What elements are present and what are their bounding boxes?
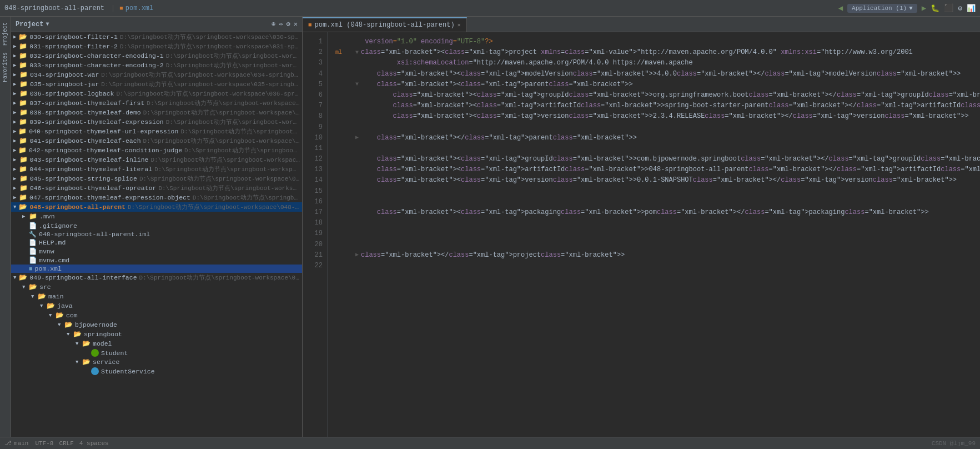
sidebar-tab-favorites[interactable]: Favorites <box>1 49 9 86</box>
main-layout: Project Favorites Project ▼ ⊕ ⇔ ⚙ ✕ ▶ 📂 … <box>0 17 980 437</box>
tree-item-t13[interactable]: ▶ 📁 042-springboot-thymeleaf-condition-j… <box>11 146 302 155</box>
code-line-21: ▶class="xml-bracket"></class="xml-tag">p… <box>353 250 971 261</box>
tree-item-t7[interactable]: ▶ 📁 036-springboot-logback D:\Springboot… <box>11 89 302 98</box>
tree-arrow: ▼ <box>31 294 37 300</box>
tree-item-t12[interactable]: ▶ 📁 041-springboot-thymeleaf-each D:\Spr… <box>11 136 302 146</box>
code-line-8: class="xml-bracket"><class="xml-tag">ver… <box>353 111 971 122</box>
ml-gutter: ml <box>328 32 344 437</box>
tree-item-name: 037-springboot-thymeleaf-first <box>29 99 144 107</box>
tree-item-t11[interactable]: ▶ 📁 040-springboot-thymeleaf-url-express… <box>11 127 302 136</box>
stop-button[interactable]: ⬛ <box>944 3 953 13</box>
line-num-8: 8 <box>309 111 323 122</box>
code-line-13: class="xml-bracket"><class="xml-tag">art… <box>353 164 971 175</box>
tree-item-t18[interactable]: ▶ 📁 047-springboot-thymeleaf-expression-… <box>11 193 302 202</box>
debug-button[interactable]: 🐛 <box>931 4 939 13</box>
tree-item-t29[interactable]: ▼ 📂 main <box>11 292 302 301</box>
code-text-3: xsi:schemaLocation="http://maven.apache.… <box>361 58 693 68</box>
tree-arrow: ▶ <box>13 100 18 106</box>
tree-item-t16[interactable]: ▶ 📁 045-springboot-string-splice D:\Spri… <box>11 174 302 183</box>
tree-item-t24[interactable]: 📄 mvnw <box>11 247 302 256</box>
tree-item-t25[interactable]: 📄 mvnw.cmd <box>11 256 302 265</box>
file-icon: 📄 <box>29 256 37 264</box>
settings-icon[interactable]: ⚙ <box>287 20 290 28</box>
tree-item-t21[interactable]: 📄 .gitignore <box>11 221 302 230</box>
navigation-back-icon[interactable]: ◀ <box>838 3 843 13</box>
ml-gutter-22 <box>328 261 344 271</box>
tree-item-path: D:\Springboot动力节点\springboot-workspace\0… <box>158 184 300 192</box>
tree-item-t9[interactable]: ▶ 📁 038-springboot-thymeleaf-demo D:\Spr… <box>11 108 302 117</box>
tree-arrow: ▶ <box>13 72 18 78</box>
folder-icon: 📂 <box>29 283 37 291</box>
tree-item-t36[interactable]: ▼ 📂 service <box>11 357 302 367</box>
tree-item-t26[interactable]: ■ pom.xml <box>11 265 302 273</box>
ml-gutter-20 <box>328 240 344 250</box>
tree-arrow: ▼ <box>49 313 54 318</box>
tree-arrow: ▶ <box>13 62 18 68</box>
tree-item-t3[interactable]: ▶ 📁 032-springboot-character-encoding-1 … <box>11 51 302 61</box>
tree-item-name: src <box>39 283 51 291</box>
code-line-17: class="xml-bracket"><class="xml-tag">pac… <box>353 207 971 218</box>
tree-item-t6[interactable]: ▶ 📁 035-springboot-jar D:\Springboot动力节点… <box>11 79 302 89</box>
run-button[interactable]: ▶ <box>922 3 926 13</box>
editor-tabs: ■ pom.xml (048-springboot-all-parent) ✕ <box>303 17 980 32</box>
build-button[interactable]: ⚙ <box>958 4 962 13</box>
sidebar-tab-project[interactable]: Project <box>1 19 9 49</box>
tree-item-t27[interactable]: ▼ 📂 049-springboot-all-interface D:\Spri… <box>11 273 302 282</box>
indentation-label[interactable]: 4 spaces <box>79 440 109 447</box>
tree-item-t4[interactable]: ▶ 📁 033-springboot-character-encoding-2 … <box>11 61 302 70</box>
tree-item-t15[interactable]: ▶ 📁 044-springboot-thymeleaf-literal D:\… <box>11 164 302 174</box>
tree-arrow: ▶ <box>13 166 18 172</box>
editor-tab-active[interactable]: ■ pom.xml (048-springboot-all-parent) ✕ <box>303 17 467 32</box>
line-ending-label[interactable]: CRLF <box>59 440 73 447</box>
collapse-all-icon[interactable]: ⇔ <box>279 20 283 28</box>
tree-item-t31[interactable]: ▼ 📂 com <box>11 311 302 320</box>
tree-item-t14[interactable]: ▶ 📁 043-springboot-thymeleaf-inline D:\S… <box>11 155 302 164</box>
tree-item-t17[interactable]: ▶ 📁 046-springboot-thymeleaf-opreator D:… <box>11 183 302 193</box>
tree-item-t22[interactable]: 🔧 048-springboot-all-parent.iml <box>11 230 302 238</box>
git-branch[interactable]: ⎇ main <box>4 440 28 447</box>
tree-item-t2[interactable]: ▶ 📁 031-springboot-filter-2 D:\Springboo… <box>11 42 302 51</box>
tree-item-t30[interactable]: ▼ 📂 java <box>11 301 302 311</box>
tree-item-t37[interactable]: StudentService <box>11 367 302 376</box>
code-text-21: class="xml-bracket"></class="xml-tag">pr… <box>361 250 625 261</box>
folder-icon: 📂 <box>56 311 64 320</box>
tree-item-t5[interactable]: ▶ 📁 034-springboot-war D:\Springboot动力节点… <box>11 70 302 79</box>
tree-item-t20[interactable]: ▶ 📁 .mvn <box>11 212 302 221</box>
tab-close-button[interactable]: ✕ <box>458 22 461 28</box>
code-line-10: ▶ class="xml-bracket"></class="xml-tag">… <box>353 133 971 143</box>
run-config-arrow: ▼ <box>909 5 913 12</box>
editor-content: 12345678910111213141516171819202122 ml v… <box>303 32 980 437</box>
tree-item-name: 033-springboot-character-encoding-2 <box>29 62 164 69</box>
tree-item-t28[interactable]: ▼ 📂 src <box>11 282 302 292</box>
locate-file-icon[interactable]: ⊕ <box>272 20 275 28</box>
fold-gutter-5[interactable]: ▼ <box>353 80 361 89</box>
fold-gutter-2[interactable]: ▼ <box>353 48 361 57</box>
tree-item-t23[interactable]: 📄 HELP.md <box>11 238 302 247</box>
close-panel-icon[interactable]: ✕ <box>294 20 298 28</box>
tree-item-path: D:\Springboot动力节点\springboot-workspace\0… <box>166 118 300 126</box>
tree-item-t35[interactable]: Student <box>11 348 302 357</box>
project-panel: Project ▼ ⊕ ⇔ ⚙ ✕ ▶ 📂 030-springboot-fil… <box>11 17 303 437</box>
tree-item-t8[interactable]: ▶ 📁 037-springboot-thymeleaf-first D:\Sp… <box>11 98 302 108</box>
folder-icon: 📁 <box>19 52 27 60</box>
tree-item-t19[interactable]: ▼ 📂 048-springboot-all-parent D:\Springb… <box>11 202 302 212</box>
line-num-14: 14 <box>309 175 323 186</box>
run-config-dropdown[interactable]: Application (1) ▼ <box>847 4 917 13</box>
fold-gutter-21[interactable]: ▶ <box>353 251 361 260</box>
encoding-label[interactable]: UTF-8 <box>35 440 53 447</box>
line-num-19: 19 <box>309 228 323 239</box>
ml-gutter-1 <box>328 37 344 47</box>
project-dropdown-arrow[interactable]: ▼ <box>46 21 49 27</box>
code-area[interactable]: version="1.0" encoding="UTF-8"?>▼class="… <box>344 32 980 437</box>
tree-item-t33[interactable]: ▼ 📂 springboot <box>11 330 302 339</box>
code-text-13: class="xml-bracket"><class="xml-tag">art… <box>361 164 980 175</box>
tree-item-t32[interactable]: ▼ 📂 bjpowernode <box>11 320 302 330</box>
csdn-watermark: CSDN @ljm_99 <box>932 440 976 447</box>
tree-item-t34[interactable]: ▼ 📂 model <box>11 339 302 348</box>
fold-gutter-10[interactable]: ▶ <box>353 133 361 142</box>
tree-item-t10[interactable]: ▶ 📁 039-springboot-thymeleaf-expression … <box>11 117 302 127</box>
tree-item-name: 030-springboot-filter-1 <box>29 33 118 41</box>
coverage-button[interactable]: 📊 <box>967 4 976 13</box>
folder-icon: 📁 <box>19 80 28 88</box>
tree-item-t1[interactable]: ▶ 📂 030-springboot-filter-1 D:\Springboo… <box>11 32 302 42</box>
